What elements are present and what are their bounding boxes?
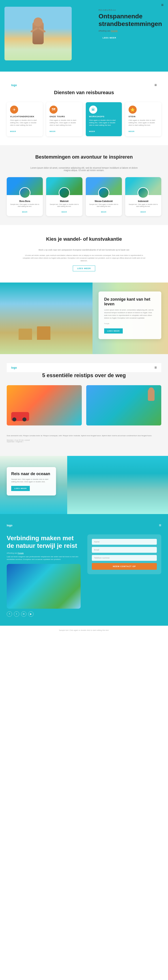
destinations-section: Bestemmingen om avontuur te inspireren L… (0, 145, 168, 225)
dest-image-bora (7, 177, 43, 195)
destinations-subtitle: Lorem ipsum dolor sit amet, consectetur … (28, 167, 140, 172)
service-card-text-tours: Click again or double click to start edi… (50, 119, 79, 127)
dest-image-indo (125, 177, 161, 195)
service-meer-button-stein[interactable]: MEER (129, 130, 134, 132)
facebook-icon[interactable]: f (7, 611, 12, 617)
footer-hero-left: Verbinding maken met de natuur terwijl j… (7, 535, 81, 617)
wandel-body: Ut enim ad minim veniam, quis nostrud ex… (22, 254, 146, 262)
reistips-image-right (86, 385, 161, 425)
destination-indonesie: Indonesië Sample text. Click again or do… (125, 177, 161, 216)
hero-content: REISBUREAU Ontspannende strandbestemming… (99, 9, 161, 40)
zonnig-card: De zonnige kant van het leven Lorem ipsu… (99, 291, 161, 339)
reistips-hamburger-icon[interactable]: ≡ (154, 365, 157, 370)
contact-phone-input[interactable] (92, 555, 157, 561)
zonnig-section: De zonnige kant van het leven Lorem ipsu… (0, 283, 168, 354)
service-card-workshops: 🏛 WORKSHOPS Click again or double click … (86, 102, 122, 136)
footer-hero-social: f t in ▶ (7, 611, 81, 617)
oceaan-text: Sample text. Click again or double click… (11, 478, 51, 483)
dest-text-indo: Sample text. Click again or double click… (128, 203, 159, 208)
destination-maleisie: Maleisië Sample text. Click again or dou… (46, 177, 82, 216)
footer-hero-title: Verbinding maken met de natuur terwijl j… (7, 535, 81, 549)
reistips-title: 5 essentiële reistips over de weg (7, 372, 161, 379)
linkedin-icon[interactable]: in (21, 611, 26, 617)
footer-hero-section: logo ≡ Verbinding maken met de natuur te… (0, 514, 168, 626)
reistips-left (7, 385, 82, 425)
dest-image-nc (86, 177, 122, 195)
contact-name-input[interactable] (92, 539, 157, 545)
service-meer-button-workshops[interactable]: MEER (89, 130, 95, 132)
wandel-cta-button[interactable]: LEES MEER (73, 266, 95, 271)
service-card-text-stein: Click again or double click to start edi… (129, 119, 158, 127)
services-nav: logo ≡ (7, 81, 161, 90)
contact-email-input[interactable] (92, 547, 157, 553)
reistips-section: logo ≡ 5 essentiële reistips over de weg (0, 354, 168, 456)
hero-logo: logo (5, 3, 10, 7)
footer-hero-logo: logo (7, 524, 12, 527)
footer-hero-desc: Laat uw leven reageren aan professionele… (7, 555, 81, 560)
service-icon-tours: 🗺 (50, 106, 58, 114)
hero-label: REISBUREAU (99, 9, 161, 11)
service-card-stein: ⭐ STEIN Click again or double click to s… (125, 102, 161, 136)
dest-circle-indo (138, 187, 149, 199)
dest-meer-button-bora[interactable]: MEER (22, 211, 27, 213)
dest-meer-button-maleisie[interactable]: MEER (62, 211, 67, 213)
zonnig-image (0, 283, 93, 354)
service-meer-button-tours[interactable]: MEER (50, 130, 56, 132)
hero-title: Ontspannende strandbestemmingen (99, 13, 161, 27)
dest-circle-bora (19, 187, 30, 199)
hero-sub: eReeling van Freepik (99, 30, 161, 32)
hero-section: logo ≡ REISBUREAU Ontspannende strandbes… (0, 0, 168, 72)
destination-nc: Nieuw-Caledonië Sample text. Click again… (86, 177, 122, 216)
service-icon-workshops: 🏛 (89, 106, 97, 114)
reistips-grid (7, 385, 161, 425)
service-card-title-tours: ONZE TOURS (50, 115, 79, 118)
services-hamburger-icon[interactable]: ≡ (154, 83, 157, 88)
services-section: logo ≡ Diensten van reisbureaus ✈ VLUCHT… (0, 72, 168, 145)
wandel-title: Kies je wandel- of kunstvakantie (22, 236, 146, 242)
hero-hamburger-icon[interactable]: ≡ (161, 3, 163, 7)
dest-name-indo: Indonesië (128, 200, 159, 202)
dest-circle-nc (98, 187, 109, 199)
wandel-section: Kies je wandel- of kunstvakantie Bexit u… (0, 225, 168, 283)
oceaan-cta-button[interactable]: LEES MEER (11, 486, 30, 491)
dest-image-maleisie (46, 177, 82, 195)
reistips-nav: logo ≡ (7, 363, 161, 372)
footer-hero-image (7, 564, 81, 609)
service-card-text-workshops: Click again or double click to start edi… (89, 119, 118, 127)
destinations-grid: Bora Bora Sample text. Click again or do… (7, 177, 161, 216)
zonnig-text: Lorem ipsum dolor sit amet, consectetur … (104, 309, 156, 320)
services-grid: ✈ VLUCHTONDERZOEK Click again or double … (7, 102, 161, 136)
zonnig-cta-button[interactable]: LEES MEER (104, 328, 123, 334)
hero-cta-button[interactable]: LEES MEER (99, 35, 120, 40)
service-icon-vlucht: ✈ (10, 106, 18, 114)
youtube-icon[interactable]: ▶ (28, 611, 34, 617)
wandel-subtitle: Bexit u op zoek naar een autopassion Eur… (22, 249, 146, 251)
contact-form: NEEM CONTACT OP (87, 535, 161, 574)
dest-circle-maleisie (59, 187, 70, 199)
service-card-title-stein: STEIN (129, 115, 158, 118)
reistips-text-block: Duis aeneanim wisi. Risque conubia torto… (7, 430, 161, 447)
zonnig-title: De zonnige kant van het leven (104, 297, 156, 307)
contact-submit-button[interactable]: NEEM CONTACT OP (92, 563, 157, 570)
footer-hero-subtitle: eReeling van Freepik (7, 552, 81, 554)
service-card-tours: 🗺 ONZE TOURS Click again or double click… (46, 102, 82, 136)
service-meer-button-vlucht[interactable]: MEER (10, 130, 16, 132)
service-card-title-workshops: WORKSHOPS (89, 115, 118, 118)
destination-bora-bora: Bora Bora Sample text. Click again or do… (7, 177, 43, 216)
twitter-icon[interactable]: t (14, 611, 19, 617)
dest-text-nc: Sample text. Click again or double click… (88, 203, 120, 208)
dest-meer-button-indo[interactable]: MEER (141, 211, 146, 213)
service-icon-stein: ⭐ (129, 106, 137, 114)
service-card-title-vlucht: VLUCHTONDERZOEK (10, 115, 39, 118)
footer-hero-hamburger-icon[interactable]: ≡ (159, 523, 161, 528)
dest-text-maleisie: Sample text. Click again or double click… (48, 203, 80, 208)
reistips-image-left (7, 385, 82, 425)
dest-meer-button-nc[interactable]: MEER (101, 211, 106, 213)
footer-hero-content: Verbinding maken met de natuur terwijl j… (7, 535, 161, 617)
reistips-meta: Meerdere • 9 uur 20 min • vooruit Septem… (7, 439, 161, 442)
service-card-text-vlucht: Click again or double click to start edi… (10, 119, 39, 127)
reistips-right (86, 385, 161, 425)
reistips-body: Duis aeneanim wisi. Risque conubia torto… (7, 434, 161, 437)
reistips-logo: logo (11, 366, 17, 369)
oceaan-title: Reis naar de oceaan (11, 471, 51, 476)
